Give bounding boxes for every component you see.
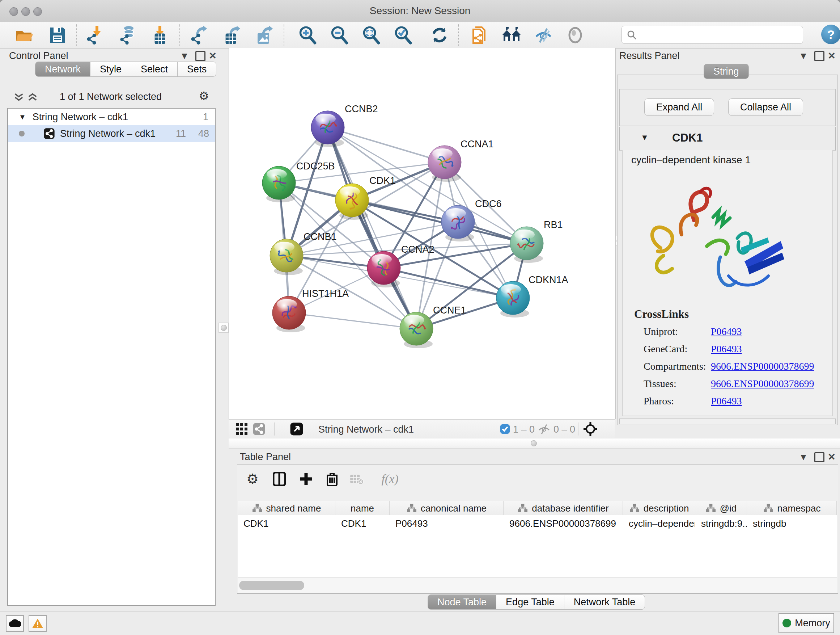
horizontal-splitter[interactable] <box>229 438 840 448</box>
scrollbar-thumb[interactable] <box>239 581 304 590</box>
column-header-namespac[interactable]: namespac <box>747 501 837 516</box>
results-panel-close-icon[interactable]: ✕ <box>828 50 836 61</box>
section-expander-icon[interactable]: ▼ <box>641 133 649 142</box>
crosslink-link[interactable]: P06493 <box>711 395 742 407</box>
search-input[interactable] <box>622 26 803 44</box>
import-network-file-button[interactable] <box>84 25 105 46</box>
network-node-rb1[interactable] <box>510 226 543 263</box>
collapse-all-icon[interactable] <box>14 92 24 102</box>
control-panel-menu-icon[interactable]: ▼ <box>180 50 189 61</box>
zoom-selected-button[interactable] <box>393 25 414 46</box>
table-panel-menu-icon[interactable]: ▼ <box>799 451 808 462</box>
export-table-button[interactable] <box>221 25 242 46</box>
network-node-ccna1[interactable] <box>428 146 461 182</box>
cloud-status-button[interactable] <box>6 615 24 632</box>
table-cell[interactable]: CDK1 <box>335 515 390 578</box>
results-panel-float-icon[interactable] <box>814 51 824 61</box>
network-row[interactable]: String Network – cdk1 11 48 <box>8 125 215 142</box>
results-panel-menu-icon[interactable]: ▼ <box>799 50 808 61</box>
tab-network[interactable]: Network <box>35 62 90 77</box>
tab-network-table[interactable]: Network Table <box>564 594 645 610</box>
zoom-out-button[interactable] <box>329 25 350 46</box>
table-panel-float-icon[interactable] <box>814 452 824 462</box>
delete-column-button[interactable] <box>324 470 341 488</box>
network-node-cdc25b[interactable] <box>262 166 295 203</box>
network-node-ccnb1[interactable] <box>270 239 303 275</box>
table-cell[interactable]: CDK1 <box>238 515 335 578</box>
crosslink-link[interactable]: 9606.ENSP00000378699 <box>711 378 814 390</box>
tab-node-table[interactable]: Node Table <box>428 594 496 610</box>
table-row[interactable]: CDK1CDK1P064939606.ENSP00000378699cyclin… <box>238 515 837 578</box>
column-header-canonical-name[interactable]: canonical name <box>390 501 504 516</box>
network-options-gear-icon[interactable]: ⚙ <box>199 89 209 103</box>
splitter-dot[interactable] <box>531 440 537 447</box>
warning-status-button[interactable] <box>28 615 47 632</box>
column-header-name[interactable]: name <box>335 501 390 516</box>
home-button[interactable] <box>501 25 522 46</box>
network-edge[interactable] <box>289 313 416 329</box>
tab-style[interactable]: Style <box>90 62 131 77</box>
left-splitter-handle[interactable] <box>218 323 229 333</box>
add-column-button[interactable] <box>297 470 315 488</box>
tab-string[interactable]: String <box>704 64 749 79</box>
control-panel-close-icon[interactable]: ✕ <box>209 50 217 61</box>
delete-table-button[interactable] <box>348 470 365 488</box>
network-node-cdkn1a[interactable] <box>496 281 530 318</box>
network-node-cdc6[interactable] <box>441 205 475 241</box>
tab-select[interactable]: Select <box>131 62 178 77</box>
table-settings-button[interactable]: ⚙ <box>244 470 261 488</box>
network-edge[interactable] <box>384 268 513 298</box>
table-panel-close-icon[interactable]: ✕ <box>828 451 836 462</box>
expand-all-button[interactable]: Expand All <box>644 98 714 116</box>
tab-edge-table[interactable]: Edge Table <box>496 594 564 610</box>
crosslink-link[interactable]: P06493 <box>711 326 742 337</box>
table-horizontal-scrollbar[interactable] <box>238 578 837 593</box>
apply-function-button[interactable]: f(x) <box>376 470 404 488</box>
table-cell[interactable]: stringdb <box>747 515 837 578</box>
collapse-all-button[interactable]: Collapse All <box>728 98 803 116</box>
fit-selection-crosshair-icon[interactable] <box>583 422 598 436</box>
crosslink-link[interactable]: P06493 <box>711 343 742 355</box>
grid-view-icon[interactable] <box>234 422 249 436</box>
import-table-file-button[interactable] <box>149 25 171 46</box>
memory-button[interactable]: Memory <box>778 613 834 633</box>
export-image-button[interactable] <box>254 25 275 46</box>
crosslink-link[interactable]: 9606.ENSP00000378699 <box>711 361 814 372</box>
column-header-description[interactable]: description <box>623 501 695 516</box>
network-node-ccna2[interactable] <box>367 251 401 287</box>
first-neighbors-button[interactable] <box>469 25 490 46</box>
hide-graphics-details-button[interactable] <box>533 25 554 46</box>
table-cell[interactable]: cyclin–dependent ... <box>623 515 695 578</box>
network-node-ccne1[interactable] <box>400 312 433 348</box>
show-columns-button[interactable] <box>271 470 288 488</box>
network-node-ccnb2[interactable] <box>311 111 344 147</box>
show-graphics-details-button[interactable] <box>565 25 586 46</box>
network-node-cdk1[interactable] <box>335 184 369 220</box>
zoom-in-button[interactable] <box>297 25 318 46</box>
tree-expander-icon[interactable]: ▼ <box>19 113 26 121</box>
expand-all-icon[interactable] <box>27 92 38 102</box>
column-header-shared-name[interactable]: shared name <box>238 501 335 516</box>
table-cell[interactable]: 9606.ENSP00000378699 <box>504 515 623 578</box>
import-network-database-button[interactable] <box>117 25 138 46</box>
column-header-database-identifier[interactable]: database identifier <box>504 501 623 516</box>
birdseye-view-icon[interactable] <box>289 422 304 436</box>
open-session-button[interactable] <box>14 25 35 46</box>
column-header--id[interactable]: @id <box>695 501 747 516</box>
export-network-button[interactable] <box>188 25 210 46</box>
save-session-button[interactable] <box>47 25 68 46</box>
zoom-fit-button[interactable] <box>361 25 382 46</box>
network-graph[interactable]: CCNB2CCNA1CDC25BCDK1CDC6RB1CCNB1CCNA2CDK… <box>229 48 615 419</box>
selected-checkbox-icon[interactable] <box>498 422 512 436</box>
help-button[interactable]: ? <box>821 25 840 44</box>
gene-section-header[interactable]: ▼ CDK1 <box>619 127 836 150</box>
control-panel-float-icon[interactable] <box>195 51 205 61</box>
network-canvas[interactable]: CCNB2CCNA1CDC25BCDK1CDC6RB1CCNB1CCNA2CDK… <box>229 48 616 419</box>
table-cell[interactable]: stringdb:9... <box>695 515 747 578</box>
network-node-hist1h1a[interactable] <box>272 296 306 333</box>
network-collection-row[interactable]: ▼ String Network – cdk1 1 <box>8 109 215 125</box>
table-cell[interactable]: P06493 <box>390 515 504 578</box>
network-share-toggle-icon[interactable] <box>252 422 266 436</box>
network-edge[interactable] <box>328 127 445 162</box>
tab-sets[interactable]: Sets <box>178 62 216 77</box>
